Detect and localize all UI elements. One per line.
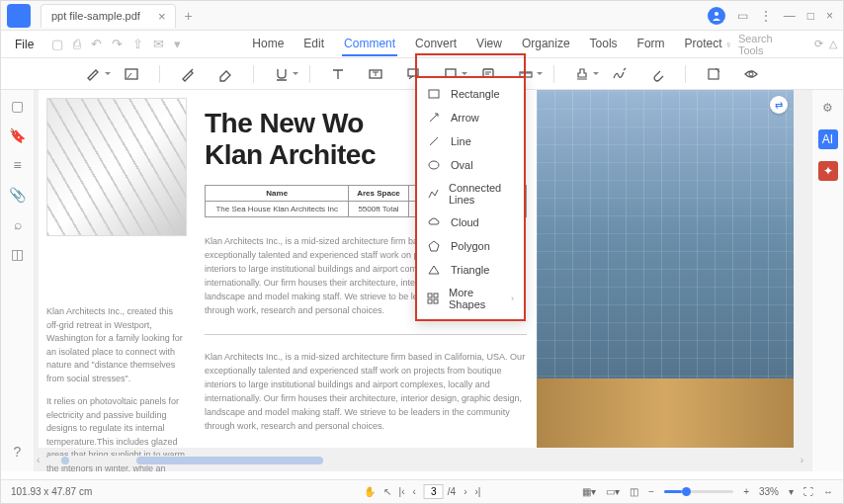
menu-connected-lines[interactable]: Connected Lines <box>417 177 524 210</box>
oval-icon <box>427 158 441 172</box>
underline-tool[interactable] <box>272 64 292 84</box>
thumbnails-icon[interactable]: ▢ <box>11 98 24 114</box>
attachment-tool[interactable] <box>647 64 667 84</box>
separator <box>253 65 254 83</box>
menu-more-shapes[interactable]: More Shapes› <box>417 282 524 315</box>
left-sidebar: ▢ 🔖 ≡ 📎 ⌕ ◫ ? <box>1 90 35 471</box>
svg-rect-13 <box>428 299 432 303</box>
view-controls: ▦▾ ▭▾ ◫ − + 33% ▾ ⛶ ↔ <box>582 486 833 497</box>
eraser-tool[interactable] <box>215 64 235 84</box>
separator <box>685 65 686 83</box>
hide-comments-tool[interactable] <box>741 64 761 84</box>
highlighter-tool[interactable] <box>84 64 104 84</box>
menu-oval[interactable]: Oval <box>417 153 524 177</box>
undo-icon[interactable]: ↶ <box>91 37 102 51</box>
print-icon[interactable]: ⎙ <box>73 37 81 51</box>
collapse-ribbon-icon[interactable]: △ <box>829 38 837 50</box>
close-tab-icon[interactable]: × <box>158 9 166 24</box>
highlight-annotation <box>415 53 526 76</box>
fullscreen-icon[interactable]: ⛶ <box>803 486 813 497</box>
menu-polygon[interactable]: Polygon <box>417 234 524 258</box>
tab-organize[interactable]: Organize <box>520 33 572 56</box>
tab-convert[interactable]: Convert <box>413 33 459 56</box>
select-tool-icon[interactable]: ↖ <box>383 486 391 497</box>
maximize-icon[interactable]: □ <box>807 9 814 23</box>
ai-assistant-icon[interactable]: AI <box>818 129 838 149</box>
page-input[interactable] <box>424 484 444 499</box>
menu-triangle[interactable]: Triangle <box>417 258 524 282</box>
last-page-icon[interactable]: ›| <box>475 486 481 497</box>
add-tab-icon[interactable]: + <box>184 8 192 24</box>
zoom-in-icon[interactable]: + <box>743 486 749 497</box>
manage-comments-tool[interactable] <box>704 64 723 84</box>
menu-cloud[interactable]: Cloud <box>417 210 524 234</box>
layout-icon[interactable]: ▭▾ <box>606 486 620 497</box>
menu-line[interactable]: Line <box>417 129 524 153</box>
prev-page-icon[interactable]: ‹ <box>412 486 415 497</box>
area-highlight-tool[interactable] <box>122 64 141 84</box>
save-icon[interactable]: ▢ <box>51 37 63 51</box>
signature-tool[interactable] <box>610 64 630 84</box>
search-tools[interactable]: ♀ Search Tools ⟳ △ <box>724 33 844 56</box>
file-menu[interactable]: File <box>7 38 42 51</box>
zoom-out-icon[interactable]: − <box>648 486 654 497</box>
building-image <box>46 98 187 236</box>
layers-icon[interactable]: ≡ <box>13 157 21 173</box>
more-icon[interactable]: ⋮ <box>760 9 772 23</box>
polygon-icon <box>427 239 441 253</box>
tab-comment[interactable]: Comment <box>342 33 397 56</box>
bookmarks-icon[interactable]: 🔖 <box>9 127 26 143</box>
scroll-marker <box>61 457 69 464</box>
tab-home[interactable]: Home <box>250 33 286 56</box>
rectangle-icon <box>427 87 441 101</box>
compare-icon[interactable]: ⇄ <box>770 96 788 114</box>
cloud-icon <box>427 215 441 229</box>
zoom-value: 33% <box>759 486 779 497</box>
close-window-icon[interactable]: × <box>826 9 833 23</box>
textbox-tool[interactable] <box>366 64 385 84</box>
svg-point-0 <box>715 12 718 16</box>
user-avatar[interactable] <box>708 7 725 25</box>
fields-icon[interactable]: ◫ <box>11 246 24 262</box>
export-icon[interactable]: ⇧ <box>132 37 143 51</box>
ribbon-tabs: Home Edit Comment Convert View Organize … <box>250 33 723 56</box>
next-page-icon[interactable]: › <box>464 486 466 497</box>
minimize-icon[interactable]: — <box>784 9 796 23</box>
tab-view[interactable]: View <box>474 33 504 56</box>
menu-rectangle[interactable]: Rectangle <box>417 82 524 106</box>
ai-tool-icon[interactable]: ✦ <box>818 161 838 181</box>
zoom-dropdown-icon[interactable]: ▾ <box>789 486 794 497</box>
scroll-left-icon[interactable]: ‹ <box>37 455 40 465</box>
menu-arrow[interactable]: Arrow <box>417 106 524 129</box>
attachments-icon[interactable]: 📎 <box>9 187 26 203</box>
help-icon[interactable]: ? <box>14 444 22 460</box>
arrow-icon <box>427 111 441 125</box>
scroll-thumb[interactable] <box>136 457 323 464</box>
search-placeholder: Search Tools <box>738 33 782 56</box>
fit-width-icon[interactable]: ↔ <box>823 486 833 497</box>
column-left: Klan Architects Inc., created this off-g… <box>39 90 195 448</box>
tab-tools[interactable]: Tools <box>588 33 620 56</box>
properties-icon[interactable]: ⚙ <box>818 98 838 118</box>
text-tool[interactable] <box>328 64 348 84</box>
chevron-down-icon[interactable]: ▾ <box>174 37 181 51</box>
pencil-tool[interactable] <box>178 64 198 84</box>
read-mode-icon[interactable]: ◫ <box>630 486 638 497</box>
horizontal-scrollbar[interactable]: ‹ › <box>46 456 794 465</box>
fit-page-icon[interactable]: ▦▾ <box>582 486 596 497</box>
redo-icon[interactable]: ↷ <box>112 37 123 51</box>
zoom-slider[interactable] <box>664 490 733 493</box>
document-tab[interactable]: ppt file-sample.pdf × <box>41 4 176 28</box>
right-sidebar: ⚙ AI ✦ <box>811 90 843 471</box>
tab-form[interactable]: Form <box>635 33 667 56</box>
stamp-tool[interactable] <box>572 64 592 84</box>
hand-tool-icon[interactable]: ✋ <box>364 486 376 497</box>
cloud-sync-icon[interactable]: ⟳ <box>814 38 823 50</box>
tab-protect[interactable]: Protect <box>683 33 724 56</box>
tab-edit[interactable]: Edit <box>301 33 326 56</box>
panel-icon[interactable]: ▭ <box>737 9 748 23</box>
mail-icon[interactable]: ✉ <box>153 37 164 51</box>
first-page-icon[interactable]: |‹ <box>399 486 405 497</box>
search-sidebar-icon[interactable]: ⌕ <box>14 216 22 232</box>
scroll-right-icon[interactable]: › <box>801 455 803 465</box>
